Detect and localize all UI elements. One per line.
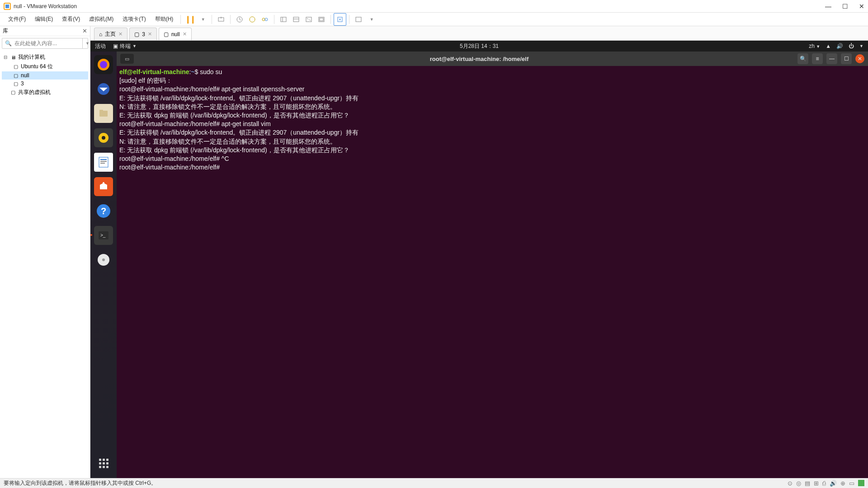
tree-label: 共享的虚拟机 (18, 89, 51, 96)
view-console-button[interactable] (290, 13, 302, 26)
clock[interactable]: 5月28日 14：31 (460, 42, 499, 50)
svg-text:>_: >_ (100, 233, 106, 238)
search-input[interactable] (14, 40, 82, 47)
svg-point-6 (265, 18, 268, 21)
separator (212, 15, 212, 24)
tab-vm-null[interactable]: ▢ null ✕ (159, 28, 192, 40)
ubuntu-desktop: ? >_ ▭ root@elf-virtual-machine: /home/e… (90, 52, 868, 478)
svg-rect-7 (281, 17, 286, 22)
view-sidebar-button[interactable] (277, 13, 290, 26)
pause-dropdown[interactable]: ▼ (196, 13, 209, 26)
activities-button[interactable]: 活动 (95, 42, 106, 50)
svg-rect-1 (5, 5, 9, 8)
menu-file[interactable]: 文件(F) (4, 15, 30, 23)
dock-thunderbird[interactable] (94, 80, 113, 99)
terminal-menu-button[interactable]: ≡ (812, 53, 823, 64)
system-tray: zh ▼ ▲ 🔊 ⏻ ▼ (809, 43, 863, 49)
dock-files[interactable] (94, 104, 113, 123)
volume-icon[interactable]: 🔊 (836, 43, 843, 49)
statusbar-devices: ⊙ ◎ ▤ ⊞ ⎙ 🔊 ⊕ ▭ (788, 480, 864, 487)
tab-close-icon[interactable]: ✕ (183, 31, 187, 37)
tree-my-computer[interactable]: ⊟ 🖥 我的计算机 (2, 52, 88, 62)
svg-point-22 (102, 136, 105, 140)
sidebar-close-button[interactable]: ✕ (82, 28, 87, 34)
dock-software[interactable] (94, 177, 113, 196)
tab-label: 3 (142, 31, 145, 38)
svg-rect-24 (100, 159, 107, 160)
separator (180, 15, 181, 24)
send-ctrl-alt-del-button[interactable] (215, 13, 227, 26)
tree-vm-ubuntu[interactable]: ▢ Ubuntu 64 位 (2, 62, 88, 71)
dock-rhythmbox[interactable] (94, 128, 113, 147)
terminal-maximize-button[interactable]: ☐ (841, 53, 852, 64)
terminal-body[interactable]: elf@elf-virtual-machine:~$ sudo su [sudo… (117, 66, 868, 478)
snapshot-button[interactable] (233, 13, 246, 26)
sidebar-header: 库 ✕ (0, 26, 90, 36)
tree-label: 3 (21, 80, 24, 87)
tree-shared-vms[interactable]: ▢ 共享的虚拟机 (2, 88, 88, 97)
terminal-minimize-button[interactable]: — (826, 53, 837, 64)
svg-rect-9 (293, 17, 299, 22)
revert-snapshot-button[interactable] (246, 13, 259, 26)
vmware-app-icon (4, 3, 11, 10)
dock-disc[interactable] (94, 250, 113, 269)
vm-icon: ▢ (13, 80, 19, 87)
disk-icon[interactable]: ⊙ (788, 480, 793, 487)
sound-icon[interactable]: 🔊 (830, 480, 837, 487)
dock-terminal[interactable]: >_ (94, 226, 113, 245)
menu-view[interactable]: 查看(V) (57, 15, 85, 23)
display-icon[interactable]: ▭ (849, 480, 854, 487)
menu-edit[interactable]: 编辑(E) (30, 15, 57, 23)
svg-rect-15 (356, 17, 361, 22)
tab-home[interactable]: ⌂ 主页 ✕ (94, 28, 127, 40)
printer-icon[interactable]: ⎙ (822, 480, 826, 487)
app-indicator[interactable]: ▣ 终端 ▼ (113, 42, 137, 50)
power-icon[interactable]: ⏻ (849, 43, 854, 49)
vm-status-indicator[interactable] (858, 480, 864, 486)
input-method-indicator[interactable]: zh ▼ (809, 43, 820, 49)
minimize-button[interactable]: — (825, 3, 831, 10)
ubuntu-topbar: 活动 ▣ 终端 ▼ 5月28日 14：31 zh ▼ ▲ 🔊 ⏻ ▼ (90, 41, 868, 52)
view-stretch-dropdown[interactable]: ▼ (365, 13, 377, 26)
vm-icon: ▢ (13, 64, 19, 70)
floppy-icon[interactable]: ▤ (805, 480, 810, 487)
maximize-button[interactable]: ☐ (842, 3, 848, 10)
menu-help[interactable]: 帮助(H) (151, 15, 178, 23)
view-stretch-button[interactable] (352, 13, 365, 26)
dock-show-apps[interactable] (94, 454, 113, 473)
svg-point-33 (102, 258, 105, 261)
view-single-button[interactable] (334, 13, 346, 26)
chevron-down-icon[interactable]: ▼ (859, 44, 863, 48)
vm-display[interactable]: 活动 ▣ 终端 ▼ 5月28日 14：31 zh ▼ ▲ 🔊 ⏻ ▼ (90, 41, 868, 478)
pause-button[interactable]: ❙❙ (184, 13, 196, 26)
search-icon: 🔍 (2, 40, 14, 47)
dock-writer[interactable] (94, 153, 113, 172)
view-fullscreen-button[interactable] (302, 13, 315, 26)
view-unity-button[interactable] (315, 13, 328, 26)
sidebar-search[interactable]: 🔍 ▼ (2, 38, 88, 49)
tab-vm-3[interactable]: ▢ 3 ✕ (129, 28, 157, 40)
network-adapter-icon[interactable]: ⊞ (814, 480, 819, 487)
terminal-new-tab-button[interactable]: ▭ (120, 54, 134, 64)
cd-icon[interactable]: ◎ (796, 480, 801, 487)
tree-vm-3[interactable]: ▢ 3 (2, 80, 88, 88)
usb-icon[interactable]: ⊕ (840, 480, 845, 487)
menu-tabs[interactable]: 选项卡(T) (118, 15, 150, 23)
manage-snapshot-button[interactable] (259, 13, 271, 26)
terminal-window-title: root@elf-virtual-machine: /home/elf (430, 56, 529, 62)
dock-firefox[interactable] (94, 55, 113, 74)
tree-vm-null[interactable]: ▢ null (2, 71, 88, 80)
terminal-close-button[interactable]: ✕ (855, 54, 864, 63)
dock-help[interactable]: ? (94, 202, 113, 221)
terminal-search-button[interactable]: 🔍 (797, 53, 808, 64)
menubar: 文件(F) 编辑(E) 查看(V) 虚拟机(M) 选项卡(T) 帮助(H) ❙❙… (0, 13, 868, 26)
tab-close-icon[interactable]: ✕ (118, 31, 123, 37)
svg-text:?: ? (101, 206, 106, 216)
close-button[interactable]: ✕ (859, 3, 864, 10)
tab-bar: ⌂ 主页 ✕ ▢ 3 ✕ ▢ null ✕ (90, 26, 868, 41)
tab-close-icon[interactable]: ✕ (148, 31, 152, 37)
network-icon[interactable]: ▲ (826, 43, 831, 49)
svg-rect-25 (100, 161, 107, 162)
separator (230, 15, 231, 24)
menu-vm[interactable]: 虚拟机(M) (85, 15, 118, 23)
